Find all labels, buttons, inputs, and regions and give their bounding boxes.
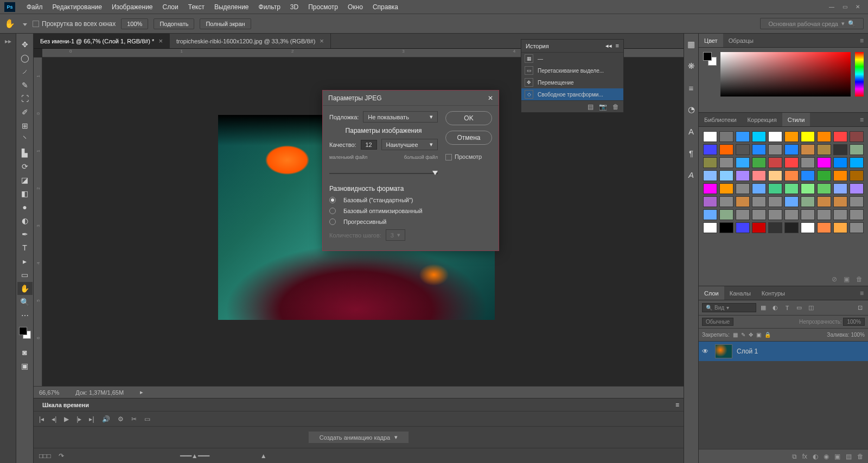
- style-swatch[interactable]: [850, 196, 864, 207]
- filter-toggle[interactable]: ⊡: [855, 303, 865, 313]
- style-swatch[interactable]: [833, 196, 847, 207]
- style-swatch[interactable]: [752, 170, 766, 181]
- style-swatch[interactable]: [833, 157, 847, 168]
- layer-thumbnail[interactable]: [715, 344, 732, 358]
- style-swatch[interactable]: [817, 183, 831, 194]
- style-swatch[interactable]: [719, 157, 733, 168]
- style-swatch[interactable]: [752, 222, 766, 233]
- close-tab-icon[interactable]: ×: [320, 37, 324, 45]
- panel-menu-icon[interactable]: ≡: [616, 42, 619, 49]
- style-swatch[interactable]: [736, 144, 750, 155]
- zoom-tool[interactable]: 🔍: [17, 295, 33, 308]
- heal-tool[interactable]: ⊞: [17, 119, 33, 132]
- delete-layer-icon[interactable]: 🗑: [857, 453, 864, 460]
- close-icon[interactable]: ✕: [852, 3, 864, 11]
- styles-delete-icon[interactable]: 🗑: [856, 275, 863, 283]
- lock-paint-icon[interactable]: ✎: [741, 332, 745, 338]
- cancel-button[interactable]: Отмена: [445, 131, 492, 145]
- menu-layers[interactable]: Слои: [158, 0, 183, 14]
- style-swatch[interactable]: [801, 209, 815, 220]
- history-item[interactable]: ▦—: [521, 53, 623, 65]
- format-progressive-radio[interactable]: Прогрессивный: [329, 218, 438, 225]
- style-swatch[interactable]: [801, 157, 815, 168]
- lasso-tool[interactable]: ⟋: [17, 65, 33, 78]
- style-swatch[interactable]: [752, 144, 766, 155]
- status-arrow-icon[interactable]: ▸: [140, 389, 143, 396]
- style-swatch[interactable]: [736, 196, 750, 207]
- menu-filter[interactable]: Фильтр: [254, 0, 285, 14]
- style-swatch[interactable]: [719, 131, 733, 142]
- ok-button[interactable]: OK: [445, 111, 492, 125]
- style-swatch[interactable]: [703, 196, 717, 207]
- icon-history[interactable]: ◔: [686, 104, 697, 115]
- style-swatch[interactable]: [850, 157, 864, 168]
- scroll-all-checkbox[interactable]: Прокрутка во всех окнах: [33, 20, 116, 28]
- panel-menu-icon[interactable]: ≡: [856, 34, 868, 47]
- style-swatch[interactable]: [703, 170, 717, 181]
- tl-audio-icon[interactable]: 🔊: [102, 415, 110, 423]
- matte-select[interactable]: Не показывать▾: [363, 111, 438, 123]
- style-swatch[interactable]: [801, 183, 815, 194]
- icon-brushes[interactable]: ❋: [686, 61, 697, 72]
- history-item[interactable]: ▭Перетаскивание выделе...: [521, 65, 623, 76]
- style-swatch[interactable]: [833, 131, 847, 142]
- panel-menu-icon[interactable]: ≡: [675, 401, 679, 409]
- gradient-tool[interactable]: ◧: [17, 187, 33, 200]
- zoom-100-button[interactable]: 100%: [121, 18, 148, 29]
- history-item[interactable]: ✥Перемещение: [521, 76, 623, 88]
- tab-adjustments[interactable]: Коррекция: [742, 113, 782, 126]
- tl-split-icon[interactable]: ✂: [131, 415, 137, 423]
- new-fill-icon[interactable]: ◉: [824, 453, 829, 460]
- style-swatch[interactable]: [719, 183, 733, 194]
- style-swatch[interactable]: [703, 131, 717, 142]
- style-swatch[interactable]: [817, 209, 831, 220]
- style-swatch[interactable]: [768, 196, 782, 207]
- hand-tool[interactable]: ✋: [17, 282, 33, 295]
- style-swatch[interactable]: [752, 183, 766, 194]
- style-swatch[interactable]: [850, 144, 864, 155]
- lock-trans-icon[interactable]: ▦: [733, 332, 738, 338]
- style-swatch[interactable]: [719, 170, 733, 181]
- tab-channels[interactable]: Каналы: [724, 286, 756, 300]
- style-swatch[interactable]: [703, 157, 717, 168]
- status-zoom[interactable]: 66,67%: [39, 389, 59, 396]
- style-swatch[interactable]: [784, 222, 799, 233]
- dialog-close-icon[interactable]: ✕: [488, 94, 493, 102]
- lock-all-icon[interactable]: 🔒: [764, 332, 771, 338]
- layer-filter-kind[interactable]: 🔍 Вид ▾: [702, 303, 756, 312]
- tl-convert-icon[interactable]: ↷: [59, 452, 64, 460]
- style-swatch[interactable]: [801, 170, 815, 181]
- style-swatch[interactable]: [850, 222, 864, 233]
- menu-window[interactable]: Окно: [343, 0, 368, 14]
- format-optimized-radio[interactable]: Базовый оптимизированный: [329, 208, 438, 214]
- style-swatch[interactable]: [703, 209, 717, 220]
- stamp-tool[interactable]: ▙: [17, 146, 33, 159]
- blur-tool[interactable]: ●: [17, 201, 33, 214]
- dodge-tool[interactable]: ◐: [17, 214, 33, 227]
- crop-tool[interactable]: ⛶: [17, 92, 33, 105]
- maximize-icon[interactable]: ▭: [839, 3, 851, 11]
- filter-type-icon[interactable]: T: [782, 303, 792, 313]
- style-swatch[interactable]: [768, 183, 782, 194]
- style-swatch[interactable]: [833, 222, 847, 233]
- style-swatch[interactable]: [703, 222, 717, 233]
- quick-mask-tool[interactable]: ◙: [17, 346, 33, 359]
- style-swatch[interactable]: [833, 183, 847, 194]
- tab-layers[interactable]: Слои: [699, 286, 724, 300]
- blend-mode-select[interactable]: Обычные: [702, 318, 733, 326]
- panel-menu-icon[interactable]: ≡: [856, 286, 868, 300]
- style-swatch[interactable]: [801, 222, 815, 233]
- style-swatch[interactable]: [736, 131, 750, 142]
- menu-file[interactable]: Файл: [22, 0, 48, 14]
- path-select-tool[interactable]: ▸: [17, 255, 33, 268]
- full-screen-button[interactable]: Полный экран: [200, 18, 251, 29]
- styles-clear-icon[interactable]: ⊘: [832, 275, 837, 283]
- icon-char[interactable]: A: [686, 126, 697, 137]
- style-swatch[interactable]: [784, 131, 799, 142]
- filter-smart-icon[interactable]: ◫: [806, 303, 816, 313]
- new-group-icon[interactable]: ▣: [834, 453, 840, 460]
- edit-toolbar[interactable]: ⋯: [17, 309, 33, 322]
- new-layer-icon[interactable]: ▤: [846, 453, 852, 460]
- move-tool[interactable]: ✥: [17, 38, 33, 51]
- style-swatch[interactable]: [817, 144, 831, 155]
